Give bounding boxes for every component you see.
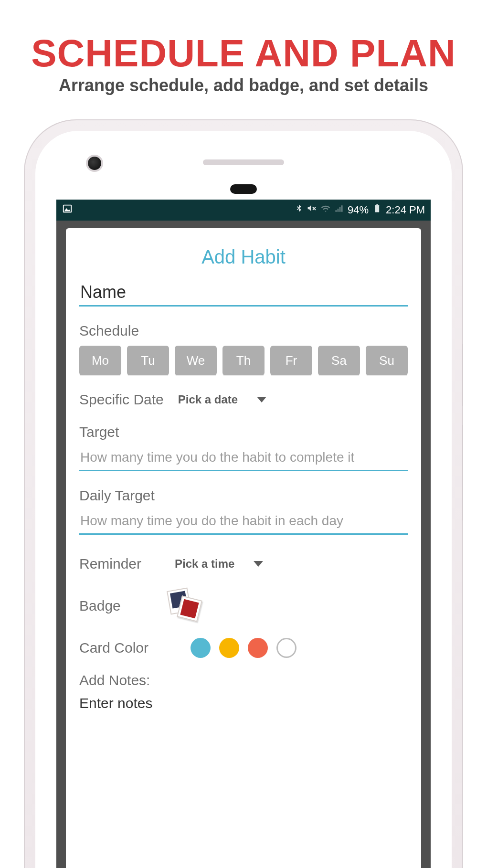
day-toggle-we[interactable]: We	[175, 346, 217, 375]
day-toggle-su[interactable]: Su	[366, 346, 408, 375]
picture-icon	[62, 203, 73, 217]
color-swatch-none[interactable]	[276, 638, 296, 658]
svg-rect-3	[376, 204, 378, 205]
specific-date-value: Pick a date	[178, 393, 238, 406]
chevron-down-icon	[257, 397, 266, 402]
status-time: 2:24 PM	[386, 204, 425, 216]
daily-target-label: Daily Target	[79, 487, 408, 504]
day-toggle-mo[interactable]: Mo	[79, 346, 121, 375]
card-color-label: Card Color	[79, 640, 148, 656]
reminder-picker[interactable]: Pick a time	[175, 557, 263, 571]
phone-side-button	[462, 344, 463, 406]
badge-picker[interactable]	[169, 589, 202, 623]
svg-rect-2	[375, 205, 379, 212]
status-bar: 94% 2:24 PM	[56, 200, 431, 221]
signal-icon	[334, 204, 344, 216]
card-color-swatches	[191, 638, 296, 658]
daily-target-input[interactable]	[79, 510, 408, 535]
day-toggle-fr[interactable]: Fr	[270, 346, 312, 375]
phone-side-button	[462, 425, 463, 520]
phone-sensor	[230, 184, 257, 194]
phone-speaker	[203, 159, 284, 165]
target-input[interactable]	[79, 447, 408, 471]
schedule-label: Schedule	[79, 323, 408, 339]
screen: 94% 2:24 PM Add Habit Schedule Mo Tu We …	[56, 200, 431, 868]
notes-input[interactable]: Enter notes	[79, 695, 408, 711]
promo-subtitle: Arrange schedule, add badge, and set det…	[0, 75, 487, 95]
color-swatch-yellow[interactable]	[219, 638, 239, 658]
badge-label: Badge	[79, 598, 121, 614]
reminder-value: Pick a time	[175, 557, 234, 571]
color-swatch-coral[interactable]	[248, 638, 268, 658]
promo-title: SCHEDULE AND PLAN	[0, 33, 487, 74]
target-label: Target	[79, 424, 408, 440]
day-toggle-th[interactable]: Th	[222, 346, 265, 375]
schedule-days: Mo Tu We Th Fr Sa Su	[79, 346, 408, 375]
wifi-icon	[321, 204, 330, 216]
page-title: Add Habit	[79, 246, 408, 268]
specific-date-picker[interactable]: Pick a date	[178, 393, 266, 406]
mute-icon	[307, 204, 317, 216]
habit-name-input[interactable]	[79, 279, 408, 307]
notes-label: Add Notes:	[79, 672, 408, 688]
phone-frame: 94% 2:24 PM Add Habit Schedule Mo Tu We …	[24, 119, 463, 868]
day-toggle-sa[interactable]: Sa	[318, 346, 360, 375]
bluetooth-icon	[294, 204, 304, 216]
battery-icon	[372, 204, 382, 216]
specific-date-label: Specific Date	[79, 392, 164, 408]
battery-percent: 94%	[348, 204, 369, 216]
add-habit-form: Add Habit Schedule Mo Tu We Th Fr Sa Su …	[66, 228, 421, 868]
color-swatch-blue[interactable]	[191, 638, 211, 658]
chevron-down-icon	[254, 561, 263, 567]
badge-front-icon	[177, 595, 202, 622]
svg-marker-1	[64, 208, 71, 211]
day-toggle-tu[interactable]: Tu	[127, 346, 169, 375]
phone-camera	[88, 157, 101, 170]
reminder-label: Reminder	[79, 556, 141, 572]
